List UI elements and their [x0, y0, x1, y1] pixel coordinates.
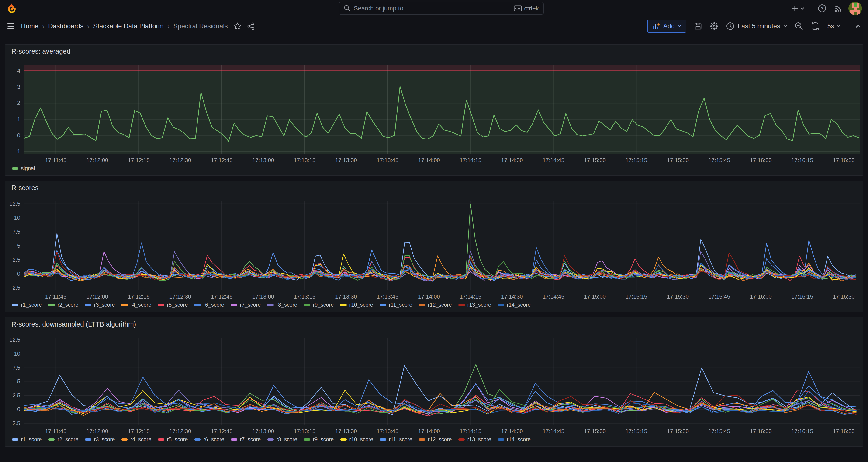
- dashboard-settings-button[interactable]: [710, 22, 718, 31]
- panel-title[interactable]: R-scores: downsampled (LTTB algorithm): [5, 317, 863, 331]
- chevron-down-icon: [800, 7, 804, 10]
- breadcrumb-home[interactable]: Home: [21, 22, 38, 30]
- panel-rscores-downsampled: R-scores: downsampled (LTTB algorithm) 1…: [5, 317, 863, 446]
- x-axis-tick-label: 17:15:15: [625, 157, 647, 163]
- news-button[interactable]: [833, 4, 842, 13]
- legend-item[interactable]: r2_score: [48, 302, 78, 308]
- legend-item[interactable]: r4_score: [121, 302, 151, 308]
- x-axis-labels: 17:11:4517:12:0017:12:1517:12:3017:12:45…: [24, 290, 860, 301]
- refresh-interval-picker[interactable]: 5s: [827, 22, 840, 30]
- x-axis-tick-label: 17:12:00: [87, 428, 108, 434]
- legend-item[interactable]: r9_score: [304, 302, 334, 308]
- legend-item[interactable]: r9_score: [304, 436, 334, 443]
- legend: r1_scorer2_scorer3_scorer4_scorer5_score…: [5, 436, 863, 446]
- y-axis-tick-label: 5: [17, 243, 20, 249]
- y-axis-tick-label: 3: [17, 84, 20, 90]
- x-axis-tick-label: 17:11:45: [45, 157, 66, 163]
- x-axis-tick-label: 17:14:00: [418, 157, 440, 163]
- x-axis-labels: 17:11:4517:12:0017:12:1517:12:3017:12:45…: [24, 154, 860, 165]
- rss-icon: [833, 4, 842, 13]
- share-icon: [247, 22, 255, 30]
- legend-item[interactable]: r7_score: [231, 436, 261, 443]
- x-axis-tick-label: 17:13:30: [335, 428, 357, 434]
- breadcrumb-dashboards[interactable]: Dashboards: [48, 22, 84, 30]
- x-axis-tick-label: 17:15:30: [667, 294, 689, 300]
- x-axis-tick-label: 17:14:30: [501, 157, 523, 163]
- legend-item[interactable]: r14_score: [498, 436, 531, 443]
- legend-item[interactable]: r2_score: [48, 436, 78, 443]
- grafana-logo[interactable]: [6, 3, 17, 14]
- search-bar[interactable]: Search or jump to... ctrl+k: [339, 2, 544, 15]
- x-axis-tick-label: 17:16:15: [791, 428, 813, 434]
- breadcrumb-folder[interactable]: Stackable Data Platform: [93, 22, 164, 30]
- legend-item[interactable]: r7_score: [231, 302, 261, 308]
- panel-title[interactable]: R-scores: [5, 181, 863, 194]
- legend-item[interactable]: r11_score: [380, 302, 412, 308]
- legend-item[interactable]: r5_score: [158, 436, 188, 443]
- x-axis-tick-label: 17:12:15: [128, 428, 150, 434]
- panel-title[interactable]: R-scores: averaged: [5, 44, 863, 58]
- legend-item[interactable]: r13_score: [458, 436, 491, 443]
- x-axis-tick-label: 17:12:30: [169, 428, 191, 434]
- legend: signal: [5, 165, 863, 175]
- legend-item[interactable]: r12_score: [419, 302, 452, 308]
- mega-menu-button[interactable]: [7, 23, 16, 30]
- x-axis-tick-label: 17:15:00: [584, 428, 606, 434]
- legend-item[interactable]: r1_score: [12, 302, 42, 308]
- x-axis-tick-label: 17:12:30: [169, 157, 191, 163]
- x-axis-tick-label: 17:15:45: [709, 157, 730, 163]
- save-dashboard-button[interactable]: [694, 22, 702, 30]
- x-axis-tick-label: 17:15:00: [584, 294, 606, 300]
- legend-item[interactable]: signal: [12, 165, 35, 172]
- refresh-button[interactable]: [811, 22, 820, 31]
- legend-item[interactable]: r8_score: [267, 302, 297, 308]
- x-axis-tick-label: 17:13:45: [377, 294, 398, 300]
- gear-icon: [710, 22, 718, 31]
- x-axis-tick-label: 17:14:15: [460, 294, 481, 300]
- x-axis-tick-label: 17:15:00: [584, 157, 606, 163]
- legend-item[interactable]: r3_score: [85, 302, 115, 308]
- chevron-down-icon: [678, 25, 681, 27]
- add-label: Add: [663, 22, 675, 30]
- help-circle-icon: ?: [818, 4, 827, 13]
- legend-item[interactable]: r10_score: [340, 302, 373, 308]
- legend-item[interactable]: r6_score: [194, 302, 224, 308]
- new-menu-button[interactable]: [791, 4, 804, 12]
- legend-item[interactable]: r8_score: [267, 436, 297, 443]
- legend-item[interactable]: r6_score: [194, 436, 224, 443]
- legend-item[interactable]: r10_score: [340, 436, 373, 443]
- y-axis-tick-label: -2.5: [11, 420, 20, 427]
- add-panel-button[interactable]: Add: [647, 20, 686, 33]
- x-axis-tick-label: 17:14:30: [501, 428, 523, 434]
- collapse-toolbar-button[interactable]: [856, 24, 861, 28]
- x-axis-tick-label: 17:13:30: [335, 294, 357, 300]
- time-series-chart[interactable]: [24, 338, 860, 425]
- legend-item[interactable]: r13_score: [458, 302, 491, 308]
- time-range-picker[interactable]: Last 5 minutes: [726, 22, 787, 30]
- panel-rscores: R-scores 12.5107.552.50-2.5 17:11:4517:1…: [5, 181, 863, 312]
- legend-item[interactable]: r12_score: [419, 436, 452, 443]
- help-button[interactable]: ?: [818, 4, 827, 13]
- x-axis-tick-label: 17:13:00: [252, 157, 274, 163]
- time-range-label: Last 5 minutes: [738, 22, 780, 30]
- legend: r1_scorer2_scorer3_scorer4_scorer5_score…: [5, 301, 863, 312]
- legend-item[interactable]: r14_score: [498, 302, 531, 308]
- user-avatar[interactable]: [848, 2, 862, 15]
- legend-item[interactable]: r4_score: [121, 436, 151, 443]
- plus-icon: [791, 4, 799, 12]
- share-button[interactable]: [247, 22, 255, 30]
- y-axis-tick-label: 2.5: [12, 256, 20, 263]
- x-axis-tick-label: 17:14:45: [542, 428, 564, 434]
- time-series-chart[interactable]: [24, 202, 860, 290]
- legend-item[interactable]: r1_score: [12, 436, 42, 443]
- legend-item[interactable]: r3_score: [85, 436, 115, 443]
- legend-item[interactable]: r11_score: [380, 436, 412, 443]
- x-axis-labels: 17:11:4517:12:0017:12:1517:12:3017:12:45…: [24, 425, 860, 436]
- x-axis-tick-label: 17:15:45: [709, 428, 730, 434]
- zoom-out-button[interactable]: [795, 22, 803, 31]
- legend-item[interactable]: r5_score: [158, 302, 188, 308]
- y-axis-tick-label: 0: [17, 132, 20, 139]
- time-series-chart[interactable]: [24, 65, 860, 154]
- favorite-star-button[interactable]: [234, 22, 241, 30]
- dashboard-toolbar: Home › Dashboards › Stackable Data Platf…: [0, 17, 868, 35]
